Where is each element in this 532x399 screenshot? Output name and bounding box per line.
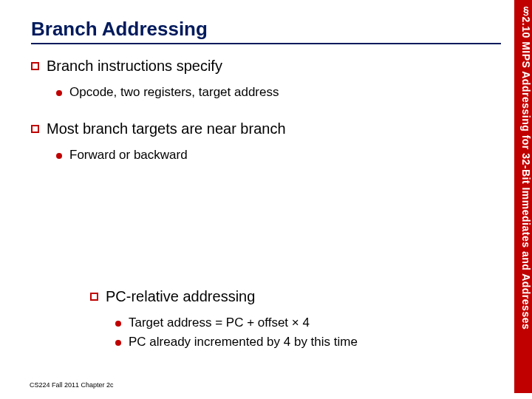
bullet-level1: Most branch targets are near branch [31, 120, 497, 137]
round-bullet-icon [115, 340, 121, 346]
bullet-text: PC-relative addressing [106, 288, 255, 305]
round-bullet-icon [56, 153, 62, 159]
bullet-level2: Forward or backward [56, 148, 497, 163]
square-bullet-icon [90, 293, 98, 301]
bullet-level2-indented: PC already incremented by 4 by this time [115, 335, 497, 349]
bullet-level2: Opcode, two registers, target address [56, 85, 497, 100]
round-bullet-icon [115, 321, 121, 327]
square-bullet-icon [31, 62, 39, 70]
bullet-text: PC already incremented by 4 by this time [129, 335, 358, 349]
bullet-text: Opcode, two registers, target address [69, 85, 279, 100]
bullet-text: Branch instructions specify [47, 58, 222, 75]
square-bullet-icon [31, 125, 39, 133]
bullet-text: Most branch targets are near branch [47, 120, 286, 137]
round-bullet-icon [56, 90, 62, 96]
sidebar-section-label: §2.10 MIPS Addressing for 32-Bit Immedia… [514, 0, 532, 393]
bullet-level2-indented: Target address = PC + offset × 4 [115, 316, 497, 330]
title-underline [31, 43, 501, 44]
bullet-level1: Branch instructions specify [31, 58, 497, 75]
slide-body: Branch instructions specify Opcode, two … [31, 58, 497, 354]
bullet-text: Forward or backward [69, 148, 188, 163]
slide-title: Branch Addressing [31, 18, 208, 41]
slide-footer: CS224 Fall 2011 Chapter 2c [30, 381, 114, 389]
bullet-level1-indented: PC-relative addressing [90, 288, 497, 305]
bullet-text: Target address = PC + offset × 4 [129, 316, 310, 330]
